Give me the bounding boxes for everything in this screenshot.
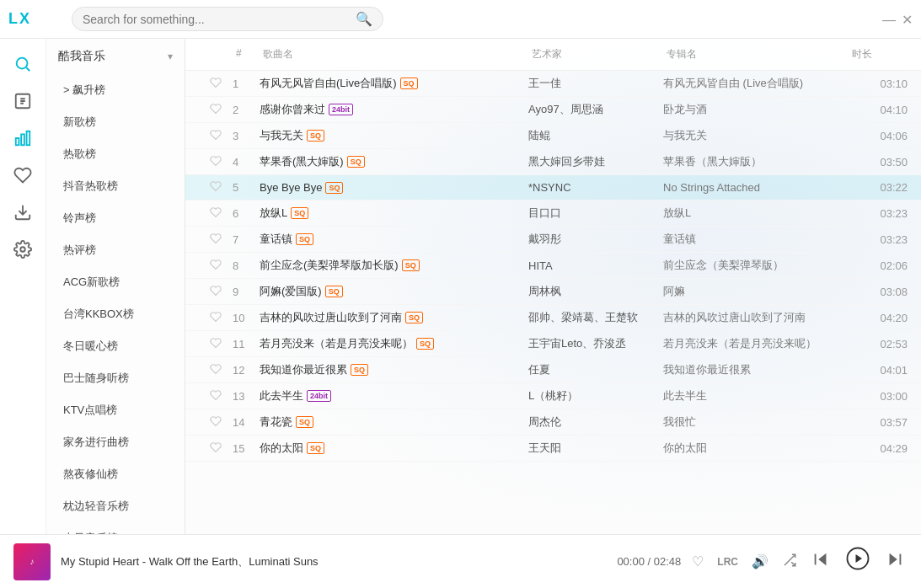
table-row[interactable]: 1 有风无风皆自由(Live合唱版) SQ 王一佳 有风无风皆自由 (Live合…: [185, 71, 921, 97]
row-quality-badge: 24bit: [307, 390, 331, 402]
nav-item-douyin[interactable]: 抖音热歌榜: [46, 170, 185, 202]
row-album: 苹果香（黑大婶版）: [663, 154, 849, 169]
col-num: #: [233, 45, 260, 63]
nav-header[interactable]: 酷我音乐 ▾: [46, 39, 185, 74]
nav-item-pillow[interactable]: 枕边轻音乐榜: [46, 490, 185, 522]
row-number: 6: [233, 207, 260, 220]
row-duration: 04:01: [849, 364, 908, 377]
nav-item-hot[interactable]: 热歌榜: [46, 138, 185, 170]
row-title: 我知道你最近很累 SQ: [260, 362, 528, 377]
close-button[interactable]: ✕: [901, 13, 913, 25]
nav-item-housework[interactable]: 家务进行曲榜: [46, 426, 185, 458]
nav-item-ring[interactable]: 铃声榜: [46, 202, 185, 234]
nav-item-new-song[interactable]: 新歌榜: [46, 106, 185, 138]
search-bar[interactable]: 🔍: [72, 7, 383, 31]
time-current: 00:00: [617, 555, 645, 568]
table-row[interactable]: 12 我知道你最近很累 SQ 任夏 我知道你最近很累 04:01: [185, 357, 921, 383]
svg-point-0: [17, 58, 28, 69]
app-logo: LX: [8, 10, 55, 28]
row-album: 卧龙与酒: [663, 102, 849, 117]
row-title-text: 放纵L: [260, 206, 287, 221]
nav-item-kkbox[interactable]: 台湾KKBOX榜: [46, 298, 185, 330]
row-title-text: 你的太阳: [260, 441, 303, 456]
row-artist: 周杰伦: [528, 414, 663, 430]
row-fav: [199, 363, 233, 377]
sidebar-icon-search[interactable]: [6, 47, 40, 81]
row-duration: 02:53: [849, 338, 908, 350]
row-quality-badge: SQ: [325, 286, 343, 297]
row-quality-badge: SQ: [402, 259, 420, 271]
play-button[interactable]: [842, 543, 874, 580]
prev-button[interactable]: [808, 547, 833, 576]
table-row[interactable]: 6 放纵L SQ 目口口 放纵L 03:23: [185, 200, 921, 227]
search-input[interactable]: [83, 13, 356, 26]
table-row[interactable]: 13 此去半生 24bit L（桃籽） 此去半生 03:00: [185, 383, 921, 409]
row-title: 前尘应念(美梨弹琴版加长版) SQ: [260, 258, 528, 273]
table-row[interactable]: 2 感谢你曾来过 24bit Ayo97、周思涵 卧龙与酒 04:10: [185, 97, 921, 123]
row-title-text: 感谢你曾来过: [260, 102, 325, 117]
row-artist: HITA: [528, 259, 663, 272]
row-artist: 王宇宙Leto、乔浚丞: [528, 336, 663, 351]
row-duration: 04:29: [849, 442, 908, 455]
shuffle-button[interactable]: [779, 550, 800, 574]
table-row[interactable]: 5 Bye Bye Bye SQ *NSYNC No Strings Attac…: [185, 175, 921, 200]
table-row[interactable]: 3 与我无关 SQ 陆鲲 与我无关 04:06: [185, 123, 921, 149]
row-artist: 黑大婶回乡带娃: [528, 154, 663, 169]
row-album: 阿嫲: [663, 284, 849, 299]
sidebar-icon-favorite[interactable]: [6, 158, 40, 192]
row-duration: 03:00: [849, 390, 908, 403]
row-album: 此去半生: [663, 388, 849, 404]
row-number: 11: [233, 338, 260, 350]
row-quality-badge: SQ: [296, 416, 313, 428]
table-row[interactable]: 4 苹果香(黑大婶版) SQ 黑大婶回乡带娃 苹果香（黑大婶版） 03:50: [185, 149, 921, 175]
table-row[interactable]: 10 吉林的风吹过唐山吹到了河南 SQ 邵帅、梁靖葛、王楚软 吉林的风吹过唐山吹…: [185, 305, 921, 331]
row-fav: [199, 441, 233, 456]
row-duration: 04:10: [849, 104, 908, 116]
nav-item-new-hot[interactable]: > 飙升榜: [46, 74, 185, 106]
sidebar-icon-settings[interactable]: [6, 233, 40, 266]
sidebar-icon-download[interactable]: [6, 195, 40, 229]
table-row[interactable]: 8 前尘应念(美梨弹琴版加长版) SQ HITA 前尘应念（美梨弹琴版） 02:…: [185, 253, 921, 279]
sidebar-icon-chart[interactable]: [6, 121, 40, 155]
row-title-text: 童话镇: [260, 232, 292, 247]
lrc-button[interactable]: LRC: [715, 553, 741, 570]
row-quality-badge: SQ: [400, 78, 418, 89]
row-quality-badge: SQ: [307, 130, 324, 142]
row-artist: L（桃籽）: [528, 388, 663, 404]
table-row[interactable]: 11 若月亮没来（若是月亮没来呢） SQ 王宇宙Leto、乔浚丞 若月亮没来（若…: [185, 331, 921, 357]
nav-item-night[interactable]: 熬夜修仙榜: [46, 458, 185, 490]
row-number: 13: [233, 390, 260, 403]
row-title: 有风无风皆自由(Live合唱版) SQ: [260, 76, 528, 91]
row-fav: [199, 206, 233, 221]
table-row[interactable]: 14 青花瓷 SQ 周杰伦 我很忙 03:57: [185, 409, 921, 436]
table-row[interactable]: 15 你的太阳 SQ 王天阳 你的太阳 04:29: [185, 436, 921, 462]
table-row[interactable]: 7 童话镇 SQ 戴羽彤 童话镇 03:23: [185, 227, 921, 253]
row-number: 14: [233, 416, 260, 429]
nav-header-label: 酷我音乐: [58, 49, 105, 64]
row-title: 若月亮没来（若是月亮没来呢） SQ: [260, 336, 528, 351]
minimize-button[interactable]: —: [882, 13, 894, 25]
nav-item-comment[interactable]: 热评榜: [46, 234, 185, 266]
row-fav: [199, 103, 233, 117]
search-icon[interactable]: 🔍: [356, 11, 372, 27]
row-artist: *NSYNC: [528, 181, 663, 194]
row-title-text: 与我无关: [260, 128, 303, 143]
nav-item-ktv[interactable]: KTV点唱榜: [46, 394, 185, 426]
favorite-button[interactable]: ♡: [689, 551, 706, 572]
next-button[interactable]: [882, 547, 908, 576]
row-title: 童话镇 SQ: [260, 232, 528, 247]
volume-button[interactable]: 🔊: [749, 551, 771, 572]
sidebar-icon-musiclib[interactable]: [6, 84, 40, 118]
nav-item-bus[interactable]: 巴士随身听榜: [46, 362, 185, 394]
row-duration: 03:10: [849, 78, 908, 90]
row-artist: 王一佳: [528, 76, 663, 91]
table-row[interactable]: 9 阿嫲(爱国版) SQ 周林枫 阿嫲 03:08: [185, 279, 921, 305]
row-fav: [199, 337, 233, 351]
nav-item-acg[interactable]: ACG新歌榜: [46, 266, 185, 298]
nav-item-ancient[interactable]: 古风音乐榜: [46, 522, 185, 534]
row-title: 青花瓷 SQ: [260, 414, 528, 430]
chevron-down-icon: ▾: [168, 51, 173, 62]
row-album: 童话镇: [663, 232, 849, 247]
player-info: My Stupid Heart - Walk Off the Earth、Lum…: [61, 554, 319, 569]
nav-item-winter[interactable]: 冬日暖心榜: [46, 330, 185, 362]
